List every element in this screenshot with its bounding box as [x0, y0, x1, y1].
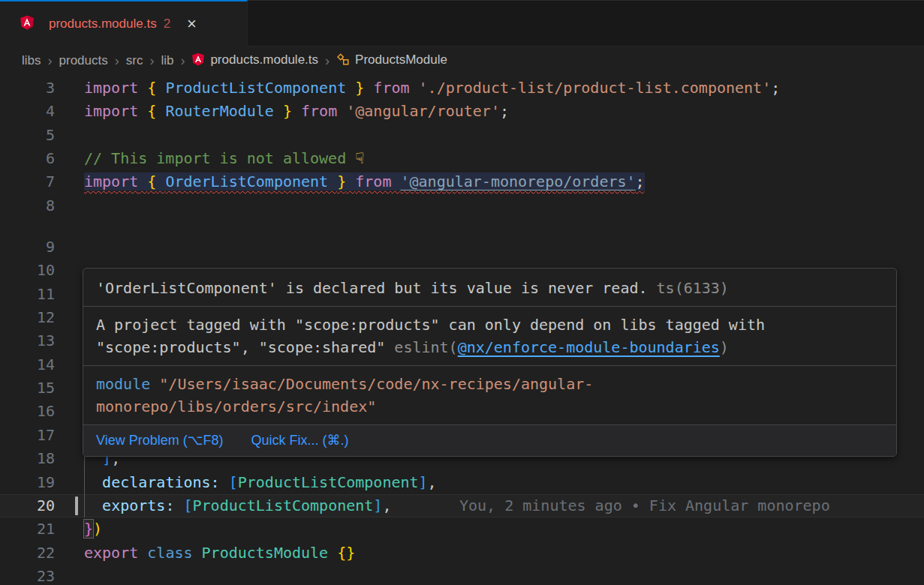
line-number[interactable]: 9	[0, 236, 55, 259]
ts-diagnostic-code: ts(6133)	[657, 279, 729, 297]
code-token: exports:	[102, 496, 174, 514]
quick-fix-button[interactable]: Quick Fix... (⌘.)	[251, 433, 348, 448]
code-token: '@angular/router'	[346, 102, 500, 120]
code-token	[410, 79, 419, 97]
breadcrumb-lib[interactable]: lib	[161, 53, 173, 68]
code-token: '@angular-monorepo/orders'	[401, 172, 636, 190]
code-token: ;	[500, 102, 509, 120]
close-icon[interactable]: ×	[187, 16, 197, 32]
code-line-23[interactable]: 23	[0, 565, 924, 585]
code-token	[391, 172, 400, 190]
code-token	[364, 79, 373, 97]
code-token: ProductListComponent	[238, 473, 419, 491]
chevron-right-icon: ›	[48, 53, 53, 69]
code-token: class	[147, 544, 192, 562]
editor-gap	[0, 218, 924, 236]
code-line-6[interactable]: 6// This import is not allowed ☟	[0, 147, 924, 170]
code-line-5[interactable]: 5	[0, 124, 924, 147]
code-line-21[interactable]: 21})	[0, 518, 924, 541]
code-token: )	[93, 520, 102, 538]
line-number[interactable]: 8	[0, 194, 55, 218]
line-number[interactable]: 11	[0, 283, 55, 306]
code-token	[174, 496, 183, 514]
chevron-right-icon: ›	[149, 53, 154, 69]
code-editor[interactable]: 3import { ProductListComponent } from '.…	[0, 75, 924, 585]
line-number[interactable]: 14	[0, 353, 55, 376]
breadcrumb-src[interactable]: src	[126, 53, 143, 68]
line-number[interactable]: 6	[0, 147, 55, 170]
code-token: ,	[382, 496, 391, 514]
line-number[interactable]: 5	[0, 124, 55, 147]
tab-bar-empty-space	[248, 0, 924, 46]
line-number[interactable]: 22	[0, 542, 55, 565]
code-line-7[interactable]: 7import { OrderListComponent } from '@an…	[0, 170, 924, 194]
code-line-19[interactable]: 19 declarations: [ProductListComponent],	[0, 471, 924, 494]
tab-products-module[interactable]: products.module.ts 2 ×	[0, 0, 248, 46]
code-token: [	[229, 473, 238, 491]
code-token	[138, 79, 147, 97]
code-token	[138, 172, 147, 190]
line-number[interactable]: 12	[0, 306, 55, 329]
chevron-right-icon: ›	[115, 53, 119, 69]
code-token	[156, 102, 165, 120]
code-token: RouterModule	[165, 102, 274, 120]
eslint-source-close: )	[720, 338, 729, 356]
hover-action-bar: View Problem (⌥F8) Quick Fix... (⌘.)	[83, 424, 896, 456]
code-token: ProductListComponent	[193, 496, 374, 514]
line-number[interactable]: 7	[0, 170, 55, 194]
code-line-4[interactable]: 4import { RouterModule } from '@angular/…	[0, 100, 924, 123]
code-token	[328, 172, 337, 190]
code-token: from	[373, 79, 409, 97]
code-token: from	[355, 172, 391, 190]
chevron-right-icon: ›	[180, 53, 185, 69]
breadcrumb-symbol[interactable]: ProductsModule	[336, 52, 447, 70]
line-number[interactable]: 21	[0, 518, 55, 541]
line-number[interactable]: 4	[0, 100, 55, 123]
code-token: export	[84, 544, 138, 562]
code-line-3[interactable]: 3import { ProductListComponent } from '.…	[0, 76, 924, 100]
breadcrumb-libs[interactable]: libs	[22, 53, 41, 68]
line-number[interactable]: 19	[0, 471, 55, 494]
line-number[interactable]: 23	[0, 565, 55, 585]
code-token: './product-list/product-list.component'	[419, 79, 772, 97]
code-token	[328, 544, 337, 562]
code-token: import	[84, 102, 138, 120]
line-number[interactable]: 18	[0, 447, 55, 470]
code-token: ,	[428, 473, 437, 491]
eslint-source-open: eslint(	[394, 338, 457, 356]
line-number[interactable]: 17	[0, 424, 55, 447]
code-token: {	[147, 79, 156, 97]
cursor	[75, 496, 78, 515]
code-token: ProductListComponent	[165, 79, 346, 97]
diagnostics-hover-popup: 'OrderListComponent' is declared but its…	[83, 268, 897, 457]
tab-bar: products.module.ts 2 ×	[0, 0, 924, 46]
module-keyword: module	[96, 375, 150, 393]
breadcrumb-products[interactable]: products	[59, 53, 108, 68]
ts-diagnostic-message: 'OrderListComponent' is declared but its…	[83, 268, 896, 306]
code-token: }	[283, 102, 292, 120]
eslint-rule-link[interactable]: @nx/enforce-module-boundaries	[458, 338, 720, 356]
code-token: }	[84, 520, 93, 538]
code-token: {}	[337, 544, 355, 562]
code-line-text: export class ProductsModule {}	[84, 542, 355, 565]
line-number[interactable]: 13	[0, 329, 55, 352]
code-token	[274, 102, 283, 120]
breadcrumb-file[interactable]: products.module.ts	[191, 52, 318, 70]
code-line-text: import { ProductListComponent } from './…	[84, 76, 780, 100]
code-token	[337, 102, 346, 120]
symbol-class-icon	[336, 52, 350, 70]
line-number[interactable]: 10	[0, 259, 55, 282]
ts-diagnostic-text: 'OrderListComponent' is declared but its…	[96, 279, 648, 297]
line-number[interactable]: 20	[0, 494, 55, 518]
line-number[interactable]: 3	[0, 76, 55, 100]
line-number[interactable]: 15	[0, 376, 55, 400]
line-number[interactable]: 16	[0, 400, 55, 423]
code-line-20[interactable]: 20 exports: [ProductListComponent],You, …	[0, 494, 924, 518]
code-line-22[interactable]: 22export class ProductsModule {}	[0, 542, 924, 565]
code-token	[156, 79, 165, 97]
code-line-9[interactable]: 9	[0, 236, 924, 259]
view-problem-button[interactable]: View Problem (⌥F8)	[96, 433, 223, 448]
code-token: ]	[419, 473, 428, 491]
code-line-8[interactable]: 8	[0, 194, 924, 218]
code-token: declarations:	[102, 473, 220, 491]
